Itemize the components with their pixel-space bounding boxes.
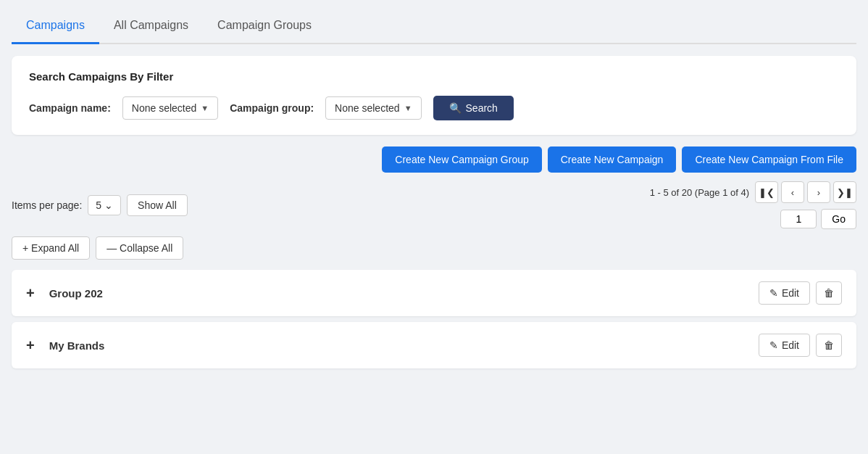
pagination-info: 1 - 5 of 20 (Page 1 of 4) (650, 187, 749, 198)
show-all-button[interactable]: Show All (127, 194, 188, 216)
group-202-actions: ✎ Edit 🗑 (759, 281, 842, 305)
group-row-group-202: + Group 202 ✎ Edit 🗑 (12, 270, 856, 316)
campaign-group-label: Campaign group: (230, 102, 314, 114)
group-202-edit-button[interactable]: ✎ Edit (759, 281, 810, 305)
search-button[interactable]: 🔍 Search (433, 96, 514, 120)
collapse-all-button[interactable]: — Collapse All (96, 236, 183, 260)
page-goto-section: 1 Go (780, 209, 856, 229)
create-campaign-group-button[interactable]: Create New Campaign Group (382, 146, 541, 173)
items-per-page-value: 5 (96, 199, 101, 211)
search-card-title: Search Campaigns By Filter (29, 70, 839, 83)
items-per-page-section: Items per page: 5 ⌄ Show All (12, 194, 188, 216)
search-icon: 🔍 (449, 102, 462, 114)
groups-list: + Group 202 ✎ Edit 🗑 + My Brands ✎ Edit (12, 270, 856, 368)
page-goto-input[interactable]: 1 (780, 210, 817, 228)
trash-icon: 🗑 (824, 287, 834, 299)
pagination-section: 1 - 5 of 20 (Page 1 of 4) ❚❮ ‹ › ❯❚ 1 Go (650, 181, 856, 229)
my-brands-expand-icon[interactable]: + (26, 338, 35, 352)
tab-all-campaigns[interactable]: All Campaigns (99, 9, 203, 44)
edit-icon-2: ✎ (769, 339, 778, 351)
campaign-group-select[interactable]: None selected ▼ (325, 96, 421, 120)
my-brands-delete-button[interactable]: 🗑 (816, 334, 842, 357)
group-202-edit-label: Edit (782, 287, 799, 299)
items-per-page-chevron-icon: ⌄ (104, 199, 113, 211)
campaign-group-value: None selected (335, 102, 400, 114)
action-buttons-row: Create New Campaign Group Create New Cam… (12, 146, 856, 173)
first-page-button[interactable]: ❚❮ (755, 181, 778, 203)
pagination-controls: ❚❮ ‹ › ❯❚ (755, 181, 856, 203)
campaign-group-chevron-icon: ▼ (404, 104, 412, 112)
my-brands-edit-label: Edit (782, 339, 799, 351)
page-container: Campaigns All Campaigns Campaign Groups … (0, 0, 868, 454)
group-202-expand-icon[interactable]: + (26, 286, 35, 300)
search-button-label: Search (466, 102, 498, 114)
campaign-name-label: Campaign name: (29, 102, 111, 114)
controls-row: Items per page: 5 ⌄ Show All 1 - 5 of 20… (12, 181, 856, 229)
my-brands-edit-button[interactable]: ✎ Edit (759, 334, 810, 357)
group-row-my-brands: + My Brands ✎ Edit 🗑 (12, 322, 856, 368)
items-per-page-select[interactable]: 5 ⌄ (88, 195, 121, 215)
my-brands-name: My Brands (49, 339, 759, 352)
filter-row: Campaign name: None selected ▼ Campaign … (29, 96, 839, 120)
search-card: Search Campaigns By Filter Campaign name… (12, 56, 856, 135)
go-button[interactable]: Go (821, 209, 856, 229)
expand-all-button[interactable]: + Expand All (12, 236, 90, 260)
group-202-delete-button[interactable]: 🗑 (816, 281, 842, 305)
tab-campaign-groups[interactable]: Campaign Groups (203, 9, 326, 44)
group-202-name: Group 202 (49, 287, 759, 300)
trash-icon-2: 🗑 (824, 339, 834, 351)
items-per-page-label: Items per page: (12, 199, 82, 211)
edit-icon: ✎ (769, 287, 778, 299)
my-brands-actions: ✎ Edit 🗑 (759, 334, 842, 357)
campaign-name-chevron-icon: ▼ (201, 104, 209, 112)
tabs-nav: Campaigns All Campaigns Campaign Groups (12, 9, 856, 44)
last-page-button[interactable]: ❯❚ (833, 181, 856, 203)
next-page-button[interactable]: › (807, 181, 830, 203)
expand-collapse-row: + Expand All — Collapse All (12, 236, 856, 260)
create-campaign-button[interactable]: Create New Campaign (548, 146, 677, 173)
tab-campaigns[interactable]: Campaigns (12, 9, 99, 44)
create-from-file-button[interactable]: Create New Campaign From File (682, 146, 856, 173)
campaign-name-value: None selected (132, 102, 197, 114)
prev-page-button[interactable]: ‹ (781, 181, 804, 203)
campaign-name-select[interactable]: None selected ▼ (122, 96, 218, 120)
